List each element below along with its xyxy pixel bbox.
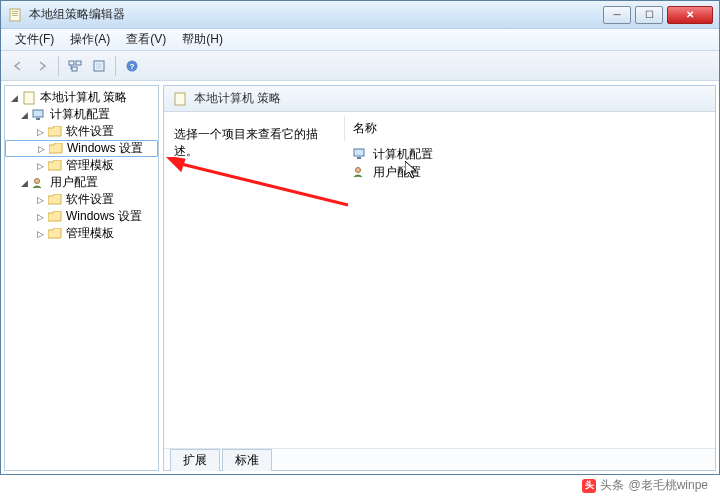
folder-icon xyxy=(47,125,63,139)
result-header: 本地计算机 策略 xyxy=(164,86,715,112)
user-icon xyxy=(352,164,368,180)
menu-file[interactable]: 文件(F) xyxy=(7,29,62,50)
list-item-label: 用户配置 xyxy=(373,164,421,181)
svg-rect-15 xyxy=(36,118,40,120)
svg-rect-5 xyxy=(76,61,81,65)
svg-rect-13 xyxy=(24,92,34,104)
svg-rect-18 xyxy=(354,149,364,156)
computer-icon xyxy=(352,146,368,162)
toolbar-separator xyxy=(115,56,116,76)
tree-computer-config[interactable]: ◢ 计算机配置 xyxy=(5,106,158,123)
svg-rect-1 xyxy=(12,11,18,12)
window-title: 本地组策略编辑器 xyxy=(29,6,603,23)
svg-rect-14 xyxy=(33,110,43,117)
collapse-icon[interactable]: ◢ xyxy=(19,178,30,188)
svg-rect-6 xyxy=(72,67,77,71)
window-frame: 本地组策略编辑器 ─ ☐ ✕ 文件(F) 操作(A) 查看(V) 帮助(H) ? xyxy=(0,0,720,475)
svg-rect-4 xyxy=(69,61,74,65)
result-body: 选择一个项目来查看它的描述。 名称 计算机配置 用户配置 xyxy=(164,112,715,448)
collapse-icon[interactable]: ◢ xyxy=(19,110,30,120)
tree-uc-windows[interactable]: ▷ Windows 设置 xyxy=(5,208,158,225)
toolbar-back-button[interactable] xyxy=(7,55,29,77)
tree-label: 管理模板 xyxy=(66,225,114,242)
menu-view[interactable]: 查看(V) xyxy=(118,29,174,50)
watermark-logo-icon: 头 xyxy=(582,479,596,493)
toolbar-tree-button[interactable] xyxy=(64,55,86,77)
tab-extended[interactable]: 扩展 xyxy=(170,449,220,471)
toolbar-refresh-button[interactable] xyxy=(88,55,110,77)
folder-icon xyxy=(47,159,63,173)
svg-point-16 xyxy=(35,178,40,183)
tree-uc-admin[interactable]: ▷ 管理模板 xyxy=(5,225,158,242)
menu-bar: 文件(F) 操作(A) 查看(V) 帮助(H) xyxy=(1,29,719,51)
tree-label: Windows 设置 xyxy=(67,140,143,157)
list-column: 名称 计算机配置 用户配置 xyxy=(344,116,715,448)
list-item-computer-config[interactable]: 计算机配置 xyxy=(346,145,713,163)
toolbar-forward-button[interactable] xyxy=(31,55,53,77)
tree-user-config[interactable]: ◢ 用户配置 xyxy=(5,174,158,191)
expand-icon[interactable]: ▷ xyxy=(35,195,46,205)
menu-help[interactable]: 帮助(H) xyxy=(174,29,231,50)
svg-rect-2 xyxy=(12,13,18,14)
expand-icon[interactable]: ▷ xyxy=(35,212,46,222)
svg-rect-3 xyxy=(12,15,18,16)
folder-icon xyxy=(47,193,63,207)
maximize-button[interactable]: ☐ xyxy=(635,6,663,24)
svg-rect-10 xyxy=(96,63,102,69)
svg-rect-17 xyxy=(175,93,185,105)
tree-cc-windows[interactable]: ▷ Windows 设置 xyxy=(5,140,158,157)
svg-text:?: ? xyxy=(130,62,135,71)
close-button[interactable]: ✕ xyxy=(667,6,713,24)
description-column: 选择一个项目来查看它的描述。 xyxy=(164,116,344,448)
result-header-text: 本地计算机 策略 xyxy=(194,90,281,107)
tabs-row: 扩展 标准 xyxy=(164,448,715,470)
folder-icon xyxy=(48,142,64,156)
folder-icon xyxy=(47,210,63,224)
folder-icon xyxy=(47,227,63,241)
tree-label: Windows 设置 xyxy=(66,208,142,225)
tree-cc-admin[interactable]: ▷ 管理模板 xyxy=(5,157,158,174)
title-bar: 本地组策略编辑器 ─ ☐ ✕ xyxy=(1,1,719,29)
policy-icon xyxy=(21,91,37,105)
toolbar-separator xyxy=(58,56,59,76)
list-items: 计算机配置 用户配置 xyxy=(344,141,715,185)
svg-point-20 xyxy=(356,168,361,173)
window-buttons: ─ ☐ ✕ xyxy=(603,6,713,24)
description-prompt: 选择一个项目来查看它的描述。 xyxy=(174,127,318,158)
expand-icon[interactable]: ▷ xyxy=(35,161,46,171)
tree-label: 用户配置 xyxy=(50,174,98,191)
list-item-label: 计算机配置 xyxy=(373,146,433,163)
user-icon xyxy=(31,176,47,190)
menu-action[interactable]: 操作(A) xyxy=(62,29,118,50)
column-header-name[interactable]: 名称 xyxy=(344,116,715,141)
watermark-prefix: 头条 xyxy=(600,477,624,494)
expand-icon[interactable]: ▷ xyxy=(35,229,46,239)
expand-icon[interactable]: ▷ xyxy=(35,127,46,137)
tree-uc-software[interactable]: ▷ 软件设置 xyxy=(5,191,158,208)
policy-icon xyxy=(172,91,188,107)
app-icon xyxy=(7,7,23,23)
tree-cc-software[interactable]: ▷ 软件设置 xyxy=(5,123,158,140)
toolbar-help-button[interactable]: ? xyxy=(121,55,143,77)
tree-label: 软件设置 xyxy=(66,191,114,208)
tree-label: 本地计算机 策略 xyxy=(40,89,127,106)
minimize-button[interactable]: ─ xyxy=(603,6,631,24)
tree-label: 软件设置 xyxy=(66,123,114,140)
list-item-user-config[interactable]: 用户配置 xyxy=(346,163,713,181)
watermark: 头 头条 @老毛桃winpe xyxy=(582,477,708,494)
tree-root[interactable]: ◢ 本地计算机 策略 xyxy=(5,89,158,106)
toolbar: ? xyxy=(1,51,719,81)
watermark-text: @老毛桃winpe xyxy=(628,477,708,494)
expand-icon[interactable]: ▷ xyxy=(36,144,47,154)
tree-label: 管理模板 xyxy=(66,157,114,174)
svg-rect-19 xyxy=(357,157,361,159)
result-pane: 本地计算机 策略 选择一个项目来查看它的描述。 名称 计算机配置 xyxy=(163,85,716,471)
content-area: ◢ 本地计算机 策略 ◢ 计算机配置 ▷ 软件设置 ▷ Windows 设置 ▷ xyxy=(1,81,719,474)
computer-icon xyxy=(31,108,47,122)
tree-pane[interactable]: ◢ 本地计算机 策略 ◢ 计算机配置 ▷ 软件设置 ▷ Windows 设置 ▷ xyxy=(4,85,159,471)
tab-standard[interactable]: 标准 xyxy=(222,449,272,471)
collapse-icon[interactable]: ◢ xyxy=(9,93,20,103)
tree-label: 计算机配置 xyxy=(50,106,110,123)
